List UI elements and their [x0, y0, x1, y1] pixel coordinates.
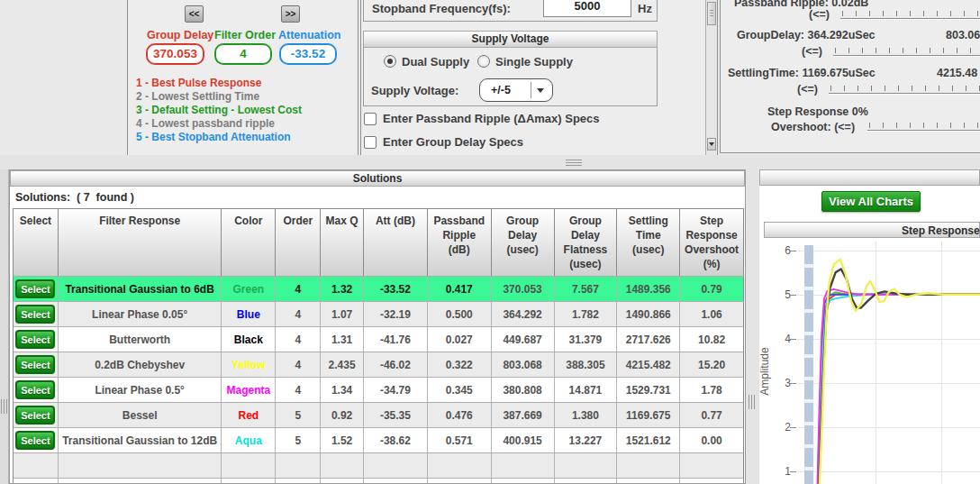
- step-response-title: Step Response: [902, 224, 980, 239]
- passband-ripple-constraint-label: Passband Ripple: 0.02dB: [734, 0, 868, 9]
- overshoot-le-label: Overshoot: (<=): [771, 121, 855, 133]
- settling-time-cell: 1489.356: [617, 277, 680, 301]
- left-splitter-grip[interactable]: [1, 399, 8, 414]
- stopband-frequency-group: Stopband Frequency(fs): 5000 Hz: [363, 0, 658, 22]
- specs-scrollbar[interactable]: [705, 0, 717, 155]
- overshoot-cell: 10.82: [680, 327, 743, 352]
- step-response-chart: Amplitude 654321: [759, 242, 980, 484]
- optimizer-option[interactable]: 1 - Best Pulse Response: [136, 77, 302, 90]
- color-cell: Blue: [222, 302, 276, 326]
- order-cell: 4: [276, 327, 321, 352]
- horizontal-splitter[interactable]: [0, 155, 980, 169]
- color-cell: [222, 479, 276, 484]
- settling-time-cell: 1490.866: [617, 302, 680, 326]
- color-cell: Black: [222, 327, 276, 352]
- table-row: Select Linear Phase 0.5° Magenta 4 1.34 …: [13, 377, 744, 402]
- optimizer-next-button[interactable]: >>: [281, 5, 300, 23]
- select-button[interactable]: Select: [15, 330, 55, 349]
- order-cell: 4: [276, 302, 321, 326]
- optimizer-prev-button[interactable]: <<: [185, 5, 204, 23]
- passband-ripple-specs-label: Enter Passband Ripple (ΔAmax) Specs: [383, 112, 600, 125]
- overshoot-cell: 15.20: [680, 352, 743, 377]
- step-response-curves: [797, 242, 980, 484]
- solutions-table-header: SelectFilter ResponseColorOrderMax QAtt …: [13, 208, 744, 276]
- select-button[interactable]: Select: [15, 406, 55, 425]
- overshoot-slider[interactable]: [867, 130, 980, 132]
- passband-ripple-slider[interactable]: [840, 18, 980, 20]
- select-button[interactable]: Select: [15, 355, 55, 374]
- flatness-cell: 1.782: [555, 302, 618, 326]
- series-Butterworth: [819, 269, 980, 484]
- step-response-title-bar: Step Response: [764, 222, 980, 238]
- optimizer-option[interactable]: 3 - Default Setting - Lowest Cost: [136, 104, 302, 117]
- color-cell: [222, 453, 276, 478]
- y-axis-tick-label: 6: [776, 244, 791, 257]
- charts-splitter-grip[interactable]: [749, 395, 756, 409]
- specs-scrollbar-down-button[interactable]: [707, 138, 716, 151]
- y-axis-tick-label: 5: [776, 288, 791, 301]
- flatness-cell: 31.379: [555, 327, 618, 352]
- settling-time-cell: 1521.612: [617, 428, 680, 452]
- solutions-table-body: Select Transitional Gaussian to 6dB Gree…: [13, 276, 744, 484]
- column-header: Settling Time (usec): [617, 209, 680, 276]
- max-q-cell: [321, 479, 364, 484]
- select-cell: [14, 453, 59, 478]
- order-cell: 5: [276, 428, 321, 452]
- color-cell: Magenta: [222, 378, 276, 402]
- flatness-cell: [555, 453, 618, 478]
- stopband-frequency-label: Stopband Frequency(fs):: [372, 2, 511, 15]
- overshoot-cell: [680, 453, 743, 478]
- att-cell: -41.76: [364, 327, 428, 352]
- order-cell: [276, 479, 321, 484]
- specs-scrollbar-thumb[interactable]: [707, 2, 716, 25]
- charts-splitter[interactable]: [746, 169, 759, 484]
- optimizer-option[interactable]: 5 - Best Stopband Attenuation: [136, 131, 302, 144]
- settling-time-cell: 4215.482: [617, 352, 680, 377]
- supply-voltage-dropdown[interactable]: +/-5: [479, 78, 553, 102]
- select-button[interactable]: Select: [15, 431, 55, 450]
- y-axis-tick-label: 3: [776, 377, 791, 389]
- max-q-cell: 1.52: [321, 428, 364, 452]
- settling-time-cell: 1169.675: [617, 403, 680, 427]
- overshoot-cell: [680, 479, 743, 484]
- settling-time-le-label: (<=): [797, 83, 818, 96]
- y-axis-tick-label: 4: [776, 333, 791, 345]
- column-header: Group Delay Flatness (usec): [555, 209, 618, 276]
- column-header: Step Response Overshoot (%): [680, 209, 743, 276]
- flatness-cell: 7.567: [555, 277, 618, 301]
- select-button[interactable]: Select: [15, 279, 55, 298]
- passband-ripple-specs-checkbox[interactable]: [364, 113, 377, 125]
- dual-supply-radio[interactable]: [384, 55, 396, 68]
- select-button[interactable]: Select: [15, 305, 55, 324]
- select-button[interactable]: Select: [15, 380, 55, 399]
- horizontal-splitter-grip[interactable]: [566, 160, 582, 166]
- select-cell: Select: [14, 277, 59, 301]
- group-delay-cell: [492, 453, 555, 478]
- att-cell: -34.79: [364, 378, 428, 402]
- single-supply-radio[interactable]: [477, 55, 490, 68]
- att-cell: -35.35: [364, 403, 428, 427]
- left-splitter[interactable]: [0, 169, 9, 484]
- flatness-cell: [555, 479, 618, 484]
- overshoot-cell: 0.77: [680, 403, 743, 427]
- group-delay-specs-checkbox[interactable]: [364, 136, 377, 149]
- group-delay-slider[interactable]: [833, 55, 980, 57]
- optimizer-option[interactable]: 2 - Lowest Settling Time: [136, 90, 302, 104]
- max-q-cell: 1.34: [321, 378, 364, 402]
- group-delay-max-value: 803.06: [946, 29, 980, 41]
- color-cell: Aqua: [222, 428, 276, 452]
- color-cell: Green: [222, 277, 276, 301]
- order-cell: 5: [276, 403, 321, 427]
- column-header: Att (dB): [364, 209, 428, 276]
- settling-time-slider[interactable]: [829, 93, 980, 95]
- column-header: Select: [14, 209, 59, 276]
- optimizer-option[interactable]: 4 - Lowest passband ripple: [136, 117, 302, 131]
- filter-response-cell: 0.2dB Chebyshev: [59, 352, 222, 377]
- view-all-charts-button[interactable]: View All Charts: [821, 191, 921, 212]
- passband-ripple-cell: 0.027: [428, 327, 492, 352]
- select-cell: Select: [14, 327, 59, 352]
- stopband-frequency-input[interactable]: 5000: [543, 0, 631, 17]
- settling-time-cell: [617, 453, 680, 478]
- column-header: Group Delay (usec): [492, 209, 555, 276]
- empty-table-row: [13, 478, 744, 484]
